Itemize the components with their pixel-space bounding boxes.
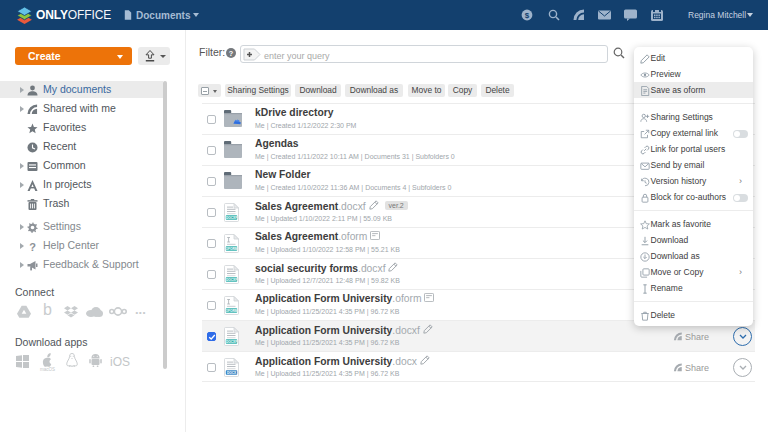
svg-text:DOCXF: DOCXF <box>226 278 237 282</box>
svg-text:?: ? <box>29 241 36 252</box>
svg-text:OFORM: OFORM <box>226 309 238 313</box>
svg-text:OFORM: OFORM <box>226 247 238 251</box>
svg-text:$: $ <box>525 11 530 20</box>
svg-text:?: ? <box>229 48 233 57</box>
svg-text:DOCXF: DOCXF <box>226 340 237 344</box>
svg-text:DOCX: DOCX <box>227 371 237 375</box>
svg-text:DOCXF: DOCXF <box>226 216 237 220</box>
